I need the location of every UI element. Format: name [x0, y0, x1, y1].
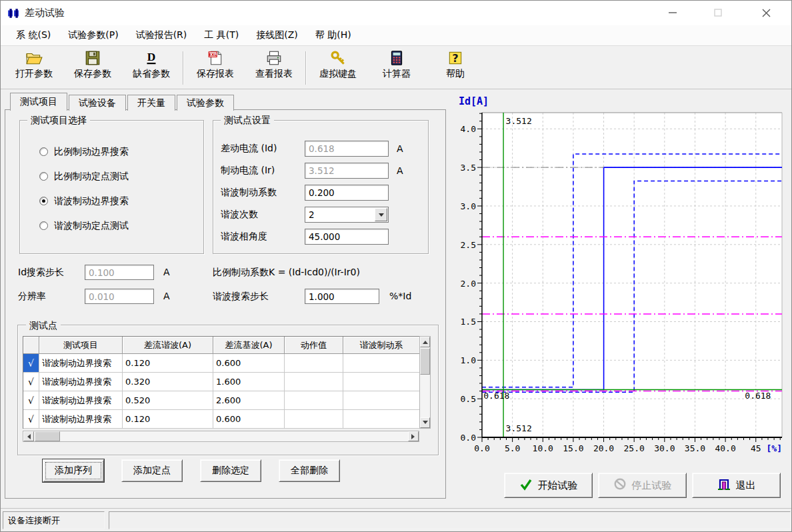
triangle-left-icon — [25, 434, 31, 439]
y-tick-label: 0.5 — [461, 394, 476, 404]
id-search-step-input: 0.100 — [85, 265, 154, 280]
grid-header: 测试项目差流谐波(A)差流基波(A)动作值谐波制动系 — [23, 336, 419, 354]
cell — [343, 373, 420, 391]
harmonic-step-input[interactable]: 1.000 — [305, 289, 379, 304]
button-退出[interactable]: 退出 — [692, 473, 781, 498]
y-tick-label: 4.0 — [461, 124, 476, 134]
table-row[interactable]: √谐波制动边界搜索0.3201.600 — [23, 373, 419, 391]
radio-option[interactable]: 比例制动边界搜索 — [39, 139, 193, 164]
field-row: 制动电流 (Ir)3.512A — [221, 159, 424, 181]
scroll-up-button[interactable] — [420, 337, 430, 347]
virtual-keyboard-icon — [329, 49, 347, 67]
titlebar: 差动试验 — [1, 1, 791, 25]
cell: 0.320 — [123, 373, 213, 391]
toolbar-button-open-folder[interactable]: 打开参数 — [5, 47, 63, 89]
id-current-input: 0.618 — [305, 141, 389, 157]
cell: 0.600 — [213, 354, 285, 373]
toolbar-button-calculator[interactable]: 计算器 — [367, 47, 426, 89]
y-tick-label: 2.0 — [461, 279, 476, 289]
toolbar-button-default-params[interactable]: D缺省参数 — [122, 47, 181, 89]
minimize-button[interactable] — [657, 2, 688, 23]
column-header: 谐波制动系 — [343, 337, 420, 354]
toolbar-separator — [183, 51, 184, 85]
button-开始试验[interactable]: 开始试验 — [504, 473, 593, 498]
maximize-icon — [714, 9, 722, 17]
column-header: 差流谐波(A) — [123, 337, 213, 354]
toolbar-button-save-floppy[interactable]: 保存参数 — [63, 47, 122, 89]
x-tick-label: 25.0 — [624, 443, 645, 453]
button-添加序列[interactable]: 添加序列 — [43, 459, 104, 482]
window-title: 差动试验 — [25, 7, 65, 19]
horizontal-scrollbar[interactable] — [23, 431, 419, 442]
window: 差动试验 系 统(S)试验参数(P)试验报告(R)工 具(T)接线图(Z)帮 助… — [0, 0, 792, 532]
column-header: 差流基波(A) — [213, 337, 285, 354]
y-tick-label: 3.0 — [461, 201, 476, 211]
row-checkbox[interactable]: √ — [23, 410, 39, 429]
toolbar-button-label: 保存参数 — [74, 68, 111, 80]
vertical-scrollbar[interactable] — [419, 336, 431, 429]
menu-item[interactable]: 系 统(S) — [7, 26, 59, 45]
y-tick-label: 0.0 — [461, 433, 476, 443]
test-points-group-title: 测试点 — [26, 320, 61, 332]
button-label: 退出 — [736, 479, 756, 492]
save-floppy-icon — [84, 49, 101, 67]
chart: 0.05.010.015.020.025.030.035.040.0450.00… — [451, 94, 792, 467]
harmonic-phase-angle-input[interactable]: 45.000 — [305, 229, 389, 245]
harmonic-restraint-coef-input[interactable]: 0.200 — [305, 185, 389, 201]
vertical-scroll-thumb[interactable] — [420, 348, 430, 375]
menu-item[interactable]: 试验报告(R) — [127, 26, 196, 45]
table-row[interactable]: √谐波制动边界搜索0.1200.600 — [23, 410, 419, 429]
cell — [343, 354, 420, 373]
button-label: 停止试验 — [632, 479, 672, 492]
harmonic-order-select[interactable]: 2 — [305, 207, 389, 223]
radio-icon — [39, 221, 48, 230]
close-button[interactable] — [751, 2, 781, 23]
scroll-down-button[interactable] — [420, 417, 430, 428]
scroll-left-button[interactable] — [23, 431, 34, 441]
row-checkbox[interactable]: √ — [23, 373, 39, 391]
toolbar-button-label: 虚拟键盘 — [319, 68, 357, 80]
radio-label: 谐波制动边界搜索 — [54, 195, 129, 207]
help-icon: ? — [447, 49, 464, 67]
menu-item[interactable]: 接线图(Z) — [247, 26, 307, 45]
maximize-button[interactable] — [703, 2, 733, 23]
cell — [285, 391, 343, 410]
radio-option[interactable]: 比例制动定点测试 — [39, 164, 193, 189]
toolbar-button-label: 帮助 — [446, 68, 465, 80]
button-删除选定[interactable]: 删除选定 — [200, 459, 261, 482]
toolbar-button-help[interactable]: ?帮助 — [426, 47, 485, 89]
radio-option[interactable]: 谐波制动边界搜索 — [39, 189, 193, 213]
menu-item[interactable]: 帮 助(H) — [307, 26, 360, 45]
tab-测试项目[interactable]: 测试项目 — [10, 93, 67, 111]
table-row[interactable]: √谐波制动边界搜索0.1200.600 — [23, 354, 419, 373]
menu-item[interactable]: 试验参数(P) — [59, 26, 127, 45]
tab-试验设备[interactable]: 试验设备 — [69, 95, 126, 111]
cell: 0.120 — [123, 354, 213, 373]
button-全部删除[interactable]: 全部删除 — [279, 459, 340, 482]
scroll-right-button[interactable] — [408, 431, 419, 441]
app-icon — [7, 7, 19, 19]
tab-试验参数[interactable]: 试验参数 — [177, 95, 234, 111]
toolbar-button-save-report[interactable]: EXL保存报表 — [186, 47, 245, 89]
field-row: 谐波制动系数0.200 — [221, 181, 424, 203]
x-tick-label: 40.0 — [715, 443, 735, 453]
dropdown-button[interactable] — [375, 208, 387, 221]
radio-icon — [39, 172, 48, 181]
row-checkbox[interactable]: √ — [23, 391, 39, 410]
button-添加定点[interactable]: 添加定点 — [121, 459, 183, 482]
cell — [285, 373, 343, 391]
harmonic-step-label: 谐波搜索步长 — [213, 291, 269, 303]
print-report-icon — [265, 49, 283, 67]
table-row[interactable]: √谐波制动边界搜索0.5202.600 — [23, 391, 419, 410]
toolbar-button-virtual-keyboard[interactable]: 虚拟键盘 — [309, 47, 367, 89]
toolbar-button-print-report[interactable]: 查看报表 — [245, 47, 303, 89]
horizontal-scroll-thumb[interactable] — [35, 431, 60, 441]
ratio-coefficient-formula: 比例制动系数K = (Id-Icd0)/(Ir-Ir0) — [213, 267, 360, 279]
svg-text:D: D — [147, 51, 156, 63]
menu-item[interactable]: 工 具(T) — [195, 26, 247, 45]
tab-开关量[interactable]: 开关量 — [127, 95, 175, 111]
cell — [285, 354, 343, 373]
radio-option[interactable]: 谐波制动定点测试 — [39, 213, 193, 238]
field-unit: A — [397, 143, 403, 154]
row-checkbox[interactable]: √ — [23, 354, 39, 373]
